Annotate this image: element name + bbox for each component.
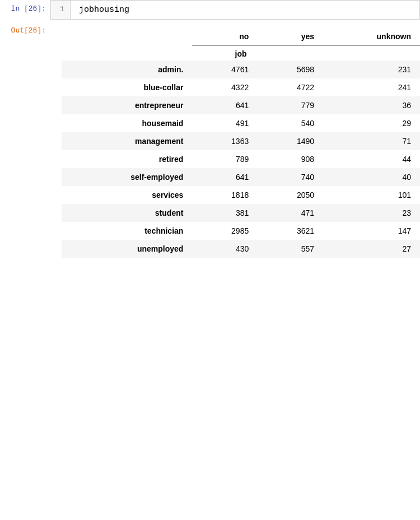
row-index-cell: services — [62, 186, 192, 204]
row-index-cell: admin. — [62, 61, 192, 78]
cell-unknown: 23 — [323, 204, 420, 222]
dataframe-table: no yes unknown job admin.47615698231blue… — [62, 27, 420, 258]
table-row: management1363149071 — [62, 132, 420, 150]
cell-unknown: 147 — [323, 222, 420, 240]
cell-unknown: 40 — [323, 168, 420, 186]
row-index-cell: student — [62, 204, 192, 222]
table-row: entrepreneur64177936 — [62, 96, 420, 114]
row-index-cell: self-employed — [62, 168, 192, 186]
table-row: housemaid49154029 — [62, 114, 420, 132]
cell-no: 491 — [192, 114, 258, 132]
cell-unknown: 36 — [323, 96, 420, 114]
table-row: blue-collar43224722241 — [62, 78, 420, 96]
cell-no: 1363 — [192, 132, 258, 150]
col-header-yes: yes — [258, 27, 323, 46]
cell-unknown: 29 — [323, 114, 420, 132]
row-index-cell: management — [62, 132, 192, 150]
cell-no: 430 — [192, 240, 258, 258]
cell-yes: 740 — [258, 168, 323, 186]
cell-yes: 557 — [258, 240, 323, 258]
cell-unknown: 44 — [323, 150, 420, 168]
cell-unknown: 27 — [323, 240, 420, 258]
cell-no: 2985 — [192, 222, 258, 240]
row-index-cell: technician — [62, 222, 192, 240]
index-name: job — [62, 46, 420, 61]
input-code: jobhousing — [71, 1, 419, 19]
table-row: self-employed64174040 — [62, 168, 420, 186]
notebook-cell: In [26]: 1 jobhousing Out[26]: no yes un… — [0, 0, 420, 263]
cell-no: 641 — [192, 168, 258, 186]
cell-no: 381 — [192, 204, 258, 222]
col-header-unknown: unknown — [323, 27, 420, 46]
cell-yes: 540 — [258, 114, 323, 132]
row-index-cell: unemployed — [62, 240, 192, 258]
col-header-no: no — [192, 27, 258, 46]
cell-unknown: 231 — [323, 61, 420, 78]
cell-no: 641 — [192, 96, 258, 114]
cell-unknown: 71 — [323, 132, 420, 150]
row-index-cell: blue-collar — [62, 78, 192, 96]
table-row: admin.47615698231 — [62, 61, 420, 78]
dataframe-container: no yes unknown job admin.47615698231blue… — [62, 27, 420, 258]
table-row: student38147123 — [62, 204, 420, 222]
cell-no: 4322 — [192, 78, 258, 96]
input-label: In [26]: — [0, 0, 50, 20]
cell-yes: 908 — [258, 150, 323, 168]
cell-yes: 4722 — [258, 78, 323, 96]
cell-yes: 779 — [258, 96, 323, 114]
cell-yes: 5698 — [258, 61, 323, 78]
cell-unknown: 101 — [323, 186, 420, 204]
output-label: Out[26]: — [0, 22, 50, 39]
table-row: technician29853621147 — [62, 222, 420, 240]
cell-no: 1818 — [192, 186, 258, 204]
row-index-cell: housemaid — [62, 114, 192, 132]
cell-unknown: 241 — [323, 78, 420, 96]
table-row: services18182050101 — [62, 186, 420, 204]
table-row: unemployed43055727 — [62, 240, 420, 258]
row-index-cell: retired — [62, 150, 192, 168]
cell-yes: 2050 — [258, 186, 323, 204]
output-content: no yes unknown job admin.47615698231blue… — [50, 22, 420, 263]
cell-no: 4761 — [192, 61, 258, 78]
table-row: retired78990844 — [62, 150, 420, 168]
row-index-cell: entrepreneur — [62, 96, 192, 114]
cell-no: 789 — [192, 150, 258, 168]
cell-yes: 1490 — [258, 132, 323, 150]
cell-yes: 471 — [258, 204, 323, 222]
line-number: 1 — [51, 1, 71, 19]
cell-yes: 3621 — [258, 222, 323, 240]
